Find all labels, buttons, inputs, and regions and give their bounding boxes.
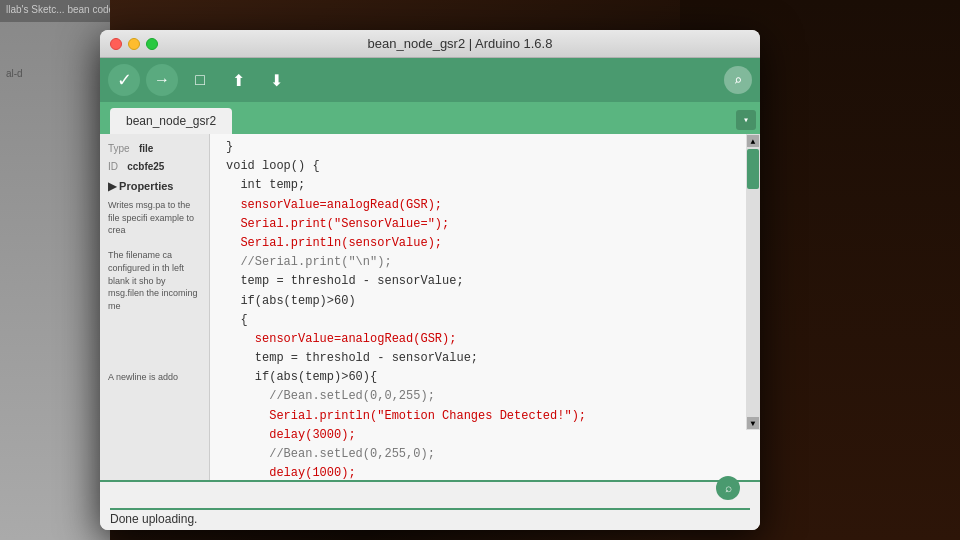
content-area: Type file ID ccbfe25 ▶ Properties Writes… xyxy=(100,134,760,480)
properties-toggle[interactable]: ▶ Properties xyxy=(108,180,201,193)
code-line: //Bean.setLed(0,0,255); xyxy=(226,387,752,406)
arduino-ide-window: bean_node_gsr2 | Arduino 1.6.8 ✓ → □ ⬆ ⬇… xyxy=(100,30,760,530)
background-window: llab's Sketc... bean code - zer0 al-d xyxy=(0,0,110,540)
new-button[interactable]: □ xyxy=(184,64,216,96)
desc-text: Writes msg.pa to the file specifi exampl… xyxy=(108,199,201,312)
code-line: temp = threshold - sensorValue; xyxy=(226,272,752,291)
bg-window-title: llab's Sketc... bean code - zer0 xyxy=(0,0,110,22)
bg-content-text: al-d xyxy=(6,68,104,79)
save-icon: ⬇ xyxy=(270,71,283,90)
close-button[interactable] xyxy=(110,38,122,50)
search-button[interactable]: ⌕ xyxy=(724,66,752,94)
code-line: int temp; xyxy=(226,176,752,195)
code-line: if(abs(temp)>60) xyxy=(226,292,752,311)
code-editor: }void loop() { int temp; sensorValue=ana… xyxy=(210,134,760,480)
bg-window-content: al-d xyxy=(0,22,110,85)
status-text: Done uploading. xyxy=(110,512,750,526)
code-line: Serial.println(sensorValue); xyxy=(226,234,752,253)
upload-icon: → xyxy=(154,71,170,89)
code-line: temp = threshold - sensorValue; xyxy=(226,349,752,368)
upload-button[interactable]: → xyxy=(146,64,178,96)
left-sidebar: Type file ID ccbfe25 ▶ Properties Writes… xyxy=(100,134,210,480)
check-icon: ✓ xyxy=(117,69,132,91)
tab-bar: bean_node_gsr2 ▾ xyxy=(100,102,760,134)
sidebar-description: Writes msg.pa to the file specifi exampl… xyxy=(108,199,201,312)
code-line: sensorValue=analogRead(GSR); xyxy=(226,196,752,215)
open-button[interactable]: ⬆ xyxy=(222,64,254,96)
title-bar: bean_node_gsr2 | Arduino 1.6.8 xyxy=(100,30,760,58)
code-line: { xyxy=(226,311,752,330)
code-line: Serial.print("SensorValue="); xyxy=(226,215,752,234)
code-line: if(abs(temp)>60){ xyxy=(226,368,752,387)
status-search-icon: ⌕ xyxy=(725,481,732,495)
properties-label: ▶ Properties xyxy=(108,180,173,193)
status-divider xyxy=(110,508,750,510)
maximize-button[interactable] xyxy=(146,38,158,50)
search-icon: ⌕ xyxy=(734,72,742,89)
scroll-thumb[interactable] xyxy=(747,149,759,189)
type-row: Type file xyxy=(108,142,201,154)
toolbar: ✓ → □ ⬆ ⬇ ⌕ xyxy=(100,58,760,102)
code-line: sensorValue=analogRead(GSR); xyxy=(226,330,752,349)
code-line: delay(1000); xyxy=(226,464,752,480)
traffic-lights xyxy=(110,38,158,50)
code-line: //Bean.setLed(0,255,0); xyxy=(226,445,752,464)
scroll-down-button[interactable]: ▼ xyxy=(747,417,759,429)
minimize-button[interactable] xyxy=(128,38,140,50)
status-search-button[interactable]: ⌕ xyxy=(716,476,740,500)
code-line: Serial.println("Emotion Changes Detected… xyxy=(226,407,752,426)
code-line: //Serial.print("\n"); xyxy=(226,253,752,272)
verify-button[interactable]: ✓ xyxy=(108,64,140,96)
code-line: void loop() { xyxy=(226,157,752,176)
type-value: file xyxy=(139,143,153,154)
new-file-icon: □ xyxy=(195,71,205,89)
tab-label: bean_node_gsr2 xyxy=(126,114,216,128)
open-icon: ⬆ xyxy=(232,71,245,90)
code-line: delay(3000); xyxy=(226,426,752,445)
code-line: } xyxy=(226,138,752,157)
active-tab[interactable]: bean_node_gsr2 xyxy=(110,108,232,134)
window-title: bean_node_gsr2 | Arduino 1.6.8 xyxy=(170,36,750,51)
status-bar: ⌕ Done uploading. xyxy=(100,480,760,530)
type-label: Type xyxy=(108,143,130,154)
code-content[interactable]: }void loop() { int temp; sensorValue=ana… xyxy=(210,134,760,480)
save-button[interactable]: ⬇ xyxy=(260,64,292,96)
chevron-down-icon: ▾ xyxy=(743,114,749,126)
vertical-scrollbar[interactable]: ▲ ▼ xyxy=(746,134,760,430)
id-row: ID ccbfe25 xyxy=(108,160,201,172)
tab-dropdown-button[interactable]: ▾ xyxy=(736,110,756,130)
scroll-up-button[interactable]: ▲ xyxy=(747,135,759,147)
id-value: ccbfe25 xyxy=(127,161,164,172)
id-label: ID xyxy=(108,161,118,172)
newline-note: A newline is addo xyxy=(108,372,201,382)
